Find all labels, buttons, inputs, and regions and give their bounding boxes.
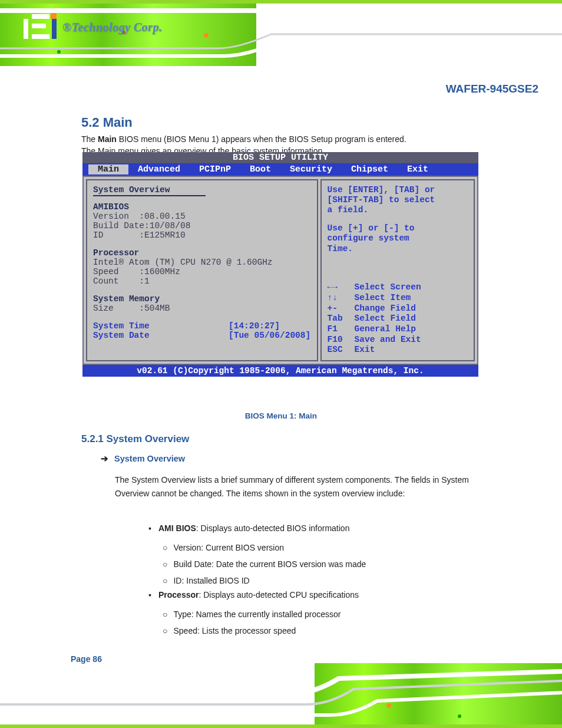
- sub-bullet: ○Speed: Lists the processor speed: [163, 624, 492, 638]
- amibios-heading: AMIBIOS: [93, 202, 311, 212]
- sub-bullet-text: Build Date: Date the current BIOS versio…: [173, 559, 366, 569]
- bios-tab-chipset[interactable]: Chipset: [342, 164, 398, 174]
- overview-paragraph: The System Overview lists a brief summar…: [115, 473, 492, 500]
- memory-heading: System Memory: [93, 294, 311, 304]
- sub-bullet-text: Version: Current BIOS version: [173, 543, 284, 552]
- brand-logo: ®Technology Corp.: [24, 13, 162, 41]
- id-value: E125MR10: [144, 230, 186, 240]
- sub-bullet-text: ID: Installed BIOS ID: [173, 576, 249, 585]
- intro-bold: Main: [98, 134, 117, 144]
- bullet-text: : Displays auto-detected BIOS informatio…: [196, 523, 350, 533]
- intro-text: The: [81, 134, 98, 144]
- bullet-item: ▪AMI BIOS: Displays auto-detected BIOS i…: [148, 523, 349, 533]
- bios-tab-boot[interactable]: Boot: [240, 164, 280, 174]
- svg-point-2: [57, 50, 61, 54]
- bios-help-panel: Use [ENTER], [TAB] or [SHIFT-TAB] to sel…: [320, 179, 475, 361]
- help-line: Use [ENTER], [TAB] or: [328, 185, 468, 195]
- intro-text-2: BIOS menu (BIOS Menu 1) appears when the…: [117, 134, 406, 144]
- processor-heading: Processor: [93, 248, 311, 258]
- bios-tab-security[interactable]: Security: [280, 164, 342, 174]
- arrow-label: System Overview: [114, 454, 185, 463]
- sub-bullet: ○Build Date: Date the current BIOS versi…: [163, 558, 492, 571]
- arrow-icon: ➔: [101, 454, 108, 463]
- nav-key: ←→: [328, 282, 355, 293]
- id-label: ID :: [93, 230, 144, 240]
- version-label: Version :: [93, 212, 144, 221]
- nav-desc: Exit: [355, 345, 375, 354]
- sub-bullet: ○ID: Installed BIOS ID: [163, 574, 492, 588]
- brand-tagline: ®Technology Corp.: [62, 21, 162, 34]
- nav-key: F10: [328, 335, 355, 345]
- speed-value: 1600MHz: [144, 267, 180, 276]
- bios-tab-bar: Main Advanced PCIPnP Boot Security Chips…: [82, 163, 478, 176]
- bios-tab-exit[interactable]: Exit: [398, 164, 438, 174]
- bullet-bold: Processor: [158, 590, 199, 599]
- help-line: a field.: [328, 205, 468, 215]
- arrow-item: ➔System Overview: [101, 454, 185, 463]
- footer-banner: [0, 663, 562, 728]
- nav-desc: Select Screen: [355, 282, 421, 292]
- system-date-label: System Date: [93, 331, 229, 340]
- sub-bullet-text: Type: Names the currently installed proc…: [173, 610, 340, 619]
- bullet-bold: AMI BIOS: [158, 523, 196, 533]
- sub-bullet: ○Version: Current BIOS version: [163, 541, 492, 555]
- bios-tab-pcipnp[interactable]: PCIPnP: [190, 164, 240, 174]
- nav-key: Tab: [328, 314, 355, 324]
- system-time-value[interactable]: [14:20:27]: [229, 321, 280, 331]
- help-line: Use [+] or [-] to: [328, 223, 468, 233]
- size-value: 504MB: [144, 304, 170, 313]
- page-number: Page 86: [71, 654, 102, 664]
- section-heading: 5.2 Main: [81, 115, 133, 130]
- svg-rect-3: [0, 0, 562, 4]
- build-value: 10/08/08: [150, 221, 191, 230]
- help-line: [SHIFT-TAB] to select: [328, 195, 468, 205]
- sub-bullet-text: Speed: Lists the processor speed: [173, 626, 296, 635]
- subsection-heading: 5.2.1 System Overview: [81, 433, 189, 445]
- svg-rect-6: [0, 724, 562, 728]
- size-label: Size :: [93, 304, 144, 313]
- count-label: Count :: [93, 276, 144, 286]
- count-value: 1: [144, 276, 150, 286]
- cpu-name: Intel® Atom (TM) CPU N270 @ 1.60GHz: [93, 258, 311, 267]
- bios-footer: v02.61 (C)Copyright 1985-2006, American …: [82, 365, 478, 377]
- bullet-item: ▪Processor: Displays auto-detected CPU s…: [148, 590, 359, 599]
- bios-window-title: BIOS SETUP UTILITY: [82, 152, 478, 163]
- svg-point-5: [458, 714, 461, 718]
- system-date-value[interactable]: [Tue 05/06/2008]: [229, 331, 310, 340]
- help-line: configure system: [328, 233, 468, 243]
- system-time-label: System Time: [93, 321, 229, 331]
- help-line: Time.: [328, 244, 468, 254]
- speed-label: Speed :: [93, 267, 144, 276]
- nav-desc: Select Field: [355, 314, 416, 323]
- svg-point-0: [204, 33, 209, 38]
- bios-screenshot: BIOS SETUP UTILITY Main Advanced PCIPnP …: [82, 152, 478, 377]
- figure-caption: BIOS Menu 1: Main: [0, 411, 562, 420]
- nav-key: +-: [328, 304, 355, 314]
- bullet-icon: ▪: [148, 590, 151, 599]
- nav-key: ↑↓: [328, 293, 355, 304]
- nav-key: F1: [328, 324, 355, 335]
- version-value: 08.00.15: [144, 212, 186, 221]
- nav-desc: Save and Exit: [355, 335, 421, 344]
- bios-tab-main[interactable]: Main: [88, 164, 128, 174]
- overview-heading: System Overview: [93, 185, 206, 196]
- nav-desc: Select Item: [355, 293, 411, 302]
- logo-mark: [24, 13, 57, 41]
- svg-point-4: [386, 703, 391, 708]
- nav-key: ESC: [328, 345, 355, 355]
- sub-bullet: ○Type: Names the currently installed pro…: [163, 608, 492, 621]
- nav-desc: Change Field: [355, 304, 416, 313]
- nav-desc: General Help: [355, 324, 416, 334]
- bullet-text: : Displays auto-detected CPU specificati…: [199, 590, 359, 599]
- doc-title: WAFER-945GSE2: [446, 83, 538, 95]
- bios-tab-advanced[interactable]: Advanced: [128, 164, 190, 174]
- build-label: Build Date:: [93, 221, 150, 230]
- bios-main-panel: System Overview AMIBIOS Version :08.00.1…: [86, 179, 318, 361]
- bullet-icon: ▪: [148, 523, 151, 533]
- footer-swoosh: [0, 663, 562, 728]
- header-banner: ®Technology Corp.: [0, 0, 562, 66]
